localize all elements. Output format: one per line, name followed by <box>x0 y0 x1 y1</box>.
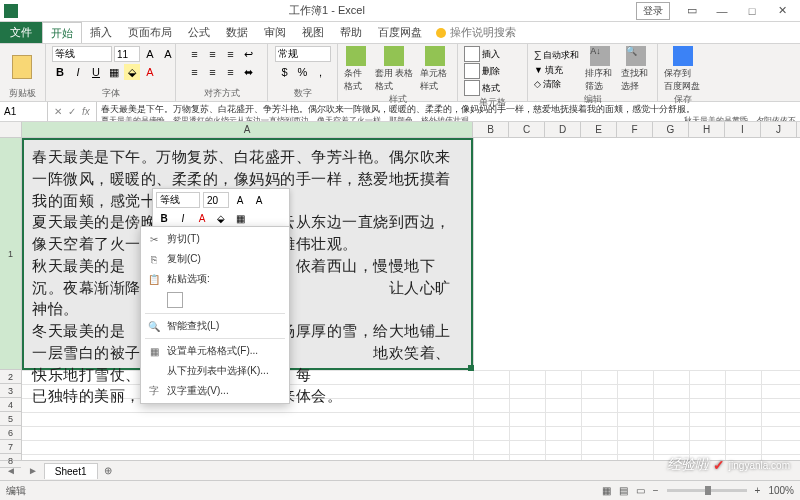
conditional-format-button[interactable]: 条件格式 <box>344 46 369 93</box>
col-header-e[interactable]: E <box>581 122 617 137</box>
col-header-h[interactable]: H <box>689 122 725 137</box>
format-cells-button[interactable]: 格式 <box>464 80 500 96</box>
wrap-icon[interactable]: ↩ <box>241 46 257 62</box>
cell-styles-button[interactable]: 单元格样式 <box>420 46 451 93</box>
ctx-smart-lookup[interactable]: 🔍智能查找(L) <box>141 316 289 336</box>
col-header-g[interactable]: G <box>653 122 689 137</box>
merge-icon[interactable]: ⬌ <box>241 64 257 80</box>
bold-button[interactable]: B <box>52 64 68 80</box>
align-left-icon[interactable]: ≡ <box>187 64 203 80</box>
mini-shrink-icon[interactable]: A <box>251 192 267 208</box>
tab-formulas[interactable]: 公式 <box>180 22 218 43</box>
tab-baidu[interactable]: 百度网盘 <box>370 22 430 43</box>
zoom-out-button[interactable]: − <box>653 485 659 496</box>
tab-review[interactable]: 审阅 <box>256 22 294 43</box>
tell-me-search[interactable]: 操作说明搜索 <box>436 22 516 43</box>
row-header-1[interactable]: 1 <box>0 138 21 370</box>
autosum-button[interactable]: Σ自动求和 <box>534 49 579 63</box>
tab-insert[interactable]: 插入 <box>82 22 120 43</box>
save-baidu-button[interactable]: 保存到 百度网盘 <box>664 46 702 93</box>
clear-button[interactable]: ◇清除 <box>534 78 579 91</box>
fill-color-button[interactable]: ⬙ <box>124 64 140 80</box>
mini-border-button[interactable]: ▦ <box>232 210 248 226</box>
mini-bold-button[interactable]: B <box>156 210 172 226</box>
mini-grow-icon[interactable]: A <box>232 192 248 208</box>
tab-data[interactable]: 数据 <box>218 22 256 43</box>
col-header-a[interactable]: A <box>22 122 473 137</box>
row-header-8[interactable]: 8 <box>0 454 21 468</box>
align-center-icon[interactable]: ≡ <box>205 64 221 80</box>
selection-handle[interactable] <box>468 365 474 371</box>
ctx-pinyin[interactable]: 字汉字重选(V)... <box>141 381 289 401</box>
tab-view[interactable]: 视图 <box>294 22 332 43</box>
paste-button[interactable] <box>6 51 38 83</box>
col-header-c[interactable]: C <box>509 122 545 137</box>
zoom-slider[interactable] <box>667 489 747 492</box>
row-header-2[interactable]: 2 <box>0 370 21 384</box>
currency-icon[interactable]: $ <box>277 64 293 80</box>
delete-cells-button[interactable]: 删除 <box>464 63 500 79</box>
align-mid-icon[interactable]: ≡ <box>205 46 221 62</box>
tab-file[interactable]: 文件 <box>0 22 42 43</box>
select-all-corner[interactable] <box>0 122 22 137</box>
view-break-icon[interactable]: ▭ <box>636 485 645 496</box>
comma-icon[interactable]: , <box>313 64 329 80</box>
sheet-nav-next[interactable]: ► <box>22 465 44 476</box>
view-layout-icon[interactable]: ▤ <box>619 485 628 496</box>
row-header-6[interactable]: 6 <box>0 426 21 440</box>
maximize-button[interactable]: □ <box>738 1 766 21</box>
ctx-format-cells[interactable]: ▦设置单元格格式(F)... <box>141 341 289 361</box>
underline-button[interactable]: U <box>88 64 104 80</box>
col-header-j[interactable]: J <box>761 122 797 137</box>
ctx-cut[interactable]: ✂剪切(T) <box>141 229 289 249</box>
mini-fill-button[interactable]: ⬙ <box>213 210 229 226</box>
row-header-5[interactable]: 5 <box>0 412 21 426</box>
ribbon-options-icon[interactable]: ▭ <box>678 1 706 21</box>
ctx-pick-from-list[interactable]: 从下拉列表中选择(K)... <box>141 361 289 381</box>
zoom-in-button[interactable]: + <box>755 485 761 496</box>
mini-size-select[interactable]: 20 <box>203 192 229 208</box>
name-box[interactable]: A1 <box>0 102 48 121</box>
ctx-copy[interactable]: ⎘复制(C) <box>141 249 289 269</box>
align-top-icon[interactable]: ≡ <box>187 46 203 62</box>
tab-home[interactable]: 开始 <box>42 22 82 43</box>
mini-font-select[interactable]: 等线 <box>156 192 200 208</box>
row-header-3[interactable]: 3 <box>0 384 21 398</box>
close-button[interactable]: ✕ <box>768 1 796 21</box>
font-size-select[interactable]: 11 <box>114 46 140 62</box>
add-sheet-button[interactable]: ⊕ <box>98 465 118 476</box>
ctx-paste-choice[interactable] <box>141 289 289 311</box>
col-header-f[interactable]: F <box>617 122 653 137</box>
tab-layout[interactable]: 页面布局 <box>120 22 180 43</box>
tab-help[interactable]: 帮助 <box>332 22 370 43</box>
fill-button[interactable]: ▼填充 <box>534 64 579 77</box>
fx-icon[interactable]: fx <box>82 106 90 117</box>
table-format-button[interactable]: 套用 表格格式 <box>375 46 414 93</box>
grow-font-icon[interactable]: A <box>142 46 158 62</box>
formula-content[interactable]: 春天最美是下午。万物复苏、白花盛开、争芳斗艳。偶尔吹来一阵微风，暖暖的、柔柔的，… <box>97 102 800 121</box>
italic-button[interactable]: I <box>70 64 86 80</box>
border-button[interactable]: ▦ <box>106 64 122 80</box>
font-color-button[interactable]: A <box>142 64 158 80</box>
row-header-7[interactable]: 7 <box>0 440 21 454</box>
col-header-i[interactable]: I <box>725 122 761 137</box>
col-header-d[interactable]: D <box>545 122 581 137</box>
col-header-b[interactable]: B <box>473 122 509 137</box>
cancel-icon[interactable]: ✕ <box>54 106 62 117</box>
row-header-4[interactable]: 4 <box>0 398 21 412</box>
font-name-select[interactable]: 等线 <box>52 46 112 62</box>
zoom-level[interactable]: 100% <box>768 485 794 496</box>
find-select-button[interactable]: 🔍查找和选择 <box>621 46 651 93</box>
align-bot-icon[interactable]: ≡ <box>223 46 239 62</box>
login-button[interactable]: 登录 <box>636 2 670 20</box>
shrink-font-icon[interactable]: A <box>160 46 176 62</box>
insert-cells-button[interactable]: 插入 <box>464 46 500 62</box>
align-right-icon[interactable]: ≡ <box>223 64 239 80</box>
sort-filter-button[interactable]: A↓排序和筛选 <box>585 46 615 93</box>
enter-icon[interactable]: ✓ <box>68 106 76 117</box>
paste-option-icon[interactable] <box>167 292 183 308</box>
minimize-button[interactable]: — <box>708 1 736 21</box>
number-format-select[interactable]: 常规 <box>275 46 331 62</box>
mini-font-color-button[interactable]: A <box>194 210 210 226</box>
worksheet-grid[interactable]: A B C D E F G H I J 1 2 3 4 5 6 7 8 春天最美… <box>0 122 800 460</box>
